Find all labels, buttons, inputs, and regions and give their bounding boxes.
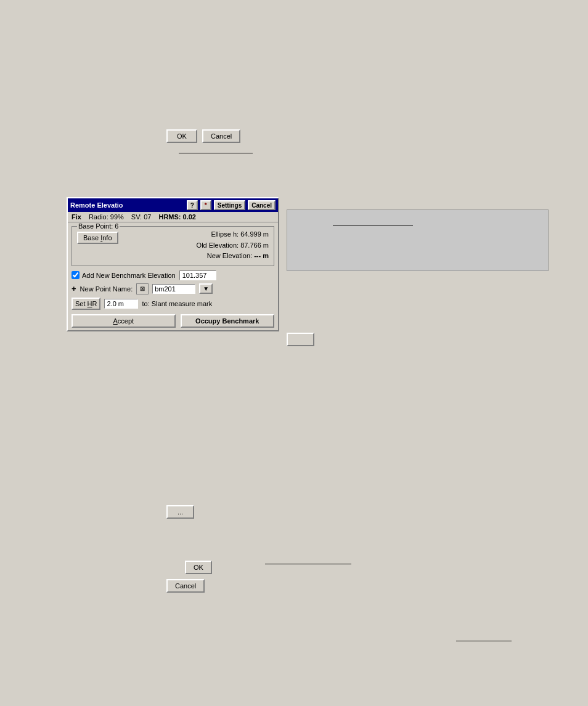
bottom-right-underline — [456, 641, 512, 641]
old-elev-row: Old Elevation: 87.766 m — [125, 240, 269, 251]
add-benchmark-row: Add New Benchmark Elevation 101.357 — [68, 269, 278, 282]
add-benchmark-checkbox-label[interactable]: Add New Benchmark Elevation — [71, 271, 176, 279]
small-box-right — [287, 333, 314, 346]
new-point-name-row: + New Point Name: ⊠ ▼ — [68, 282, 278, 296]
ellipse-h-row: Ellipse h: 64.999 m — [125, 229, 269, 240]
remote-elevation-dialog: Remote Elevatio ? * Settings Cancel Fix … — [67, 197, 279, 331]
hr-value-input[interactable] — [104, 299, 138, 309]
radio-label: Radio: 99% — [89, 213, 124, 221]
status-bar: Fix Radio: 99% SV: 07 HRMS: 0.02 — [68, 212, 278, 222]
new-point-label: New Point Name: — [80, 285, 133, 293]
dot-button[interactable]: * — [200, 200, 211, 210]
top-ok-button[interactable]: OK — [166, 129, 197, 143]
help-button[interactable]: ? — [187, 200, 198, 210]
hrms-label: HRMS: 0.02 — [158, 213, 196, 221]
bottom-buttons-row: Accept Occupy Benchmark — [68, 312, 278, 330]
new-elev-row: New Elevation: --- m — [125, 251, 269, 262]
add-benchmark-checkbox[interactable] — [71, 271, 80, 279]
right-panel-underline — [333, 225, 413, 225]
lower-cancel-button[interactable]: Cancel — [166, 579, 205, 593]
set-hr-button[interactable]: Set HR — [71, 298, 100, 310]
dialog-cancel-button[interactable]: Cancel — [248, 200, 276, 210]
add-benchmark-label: Add New Benchmark Elevation — [82, 272, 176, 279]
dialog-titlebar: Remote Elevatio ? * Settings Cancel — [68, 198, 278, 212]
top-cancel-button[interactable]: Cancel — [202, 129, 240, 143]
point-icon: ⊠ — [136, 283, 149, 294]
lower-underline — [265, 564, 351, 564]
settings-button[interactable]: Settings — [214, 200, 245, 210]
benchmark-elevation-value: 101.357 — [179, 270, 216, 280]
mid-ellipsis-button[interactable]: ... — [166, 505, 194, 519]
dialog-title: Remote Elevatio — [70, 201, 184, 209]
set-hr-row: Set HR to: Slant measure mark — [68, 296, 278, 312]
top-underline — [179, 153, 253, 153]
occupy-benchmark-button[interactable]: Occupy Benchmark — [181, 314, 275, 328]
base-info-row: Base Info Ellipse h: 64.999 m Old Elevat… — [77, 229, 269, 262]
accept-button[interactable]: Accept — [71, 314, 176, 328]
lower-ok-button[interactable]: OK — [185, 561, 212, 574]
point-name-input[interactable] — [152, 284, 195, 294]
slant-label: to: Slant measure mark — [142, 300, 212, 307]
base-point-group: Base Point: 6 Base Info Ellipse h: 64.99… — [71, 226, 274, 266]
sv-label: SV: 07 — [131, 213, 152, 221]
plus-icon: + — [71, 284, 76, 293]
base-info-button[interactable]: Base Info — [77, 232, 118, 244]
right-info-panel — [287, 209, 549, 271]
point-name-dropdown[interactable]: ▼ — [199, 283, 213, 294]
base-group-legend: Base Point: 6 — [77, 222, 120, 230]
fix-status: Fix — [71, 213, 81, 221]
top-buttons-area: OK Cancel — [166, 129, 240, 143]
base-values: Ellipse h: 64.999 m Old Elevation: 87.76… — [125, 229, 269, 262]
